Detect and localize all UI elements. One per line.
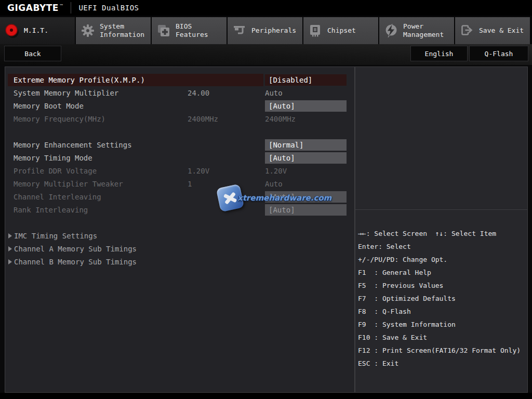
- keys-help-panel: →←: Select Screen ↑↓: Select ItemEnter: …: [355, 209, 528, 393]
- submenu-row-channel-b-memory-sub-timings[interactable]: Channel B Memory Sub Timings: [5, 256, 354, 269]
- setting-current-value: 1.20V: [188, 167, 209, 175]
- submenu-row-imc-timing-settings[interactable]: IMC Timing Settings: [5, 230, 354, 243]
- submenu-label: IMC Timing Settings: [14, 232, 97, 240]
- setting-current-value: 24.00: [188, 89, 209, 97]
- help-line-3: F1 : General Help: [358, 266, 527, 279]
- setting-value: Auto: [265, 180, 283, 188]
- mit-red-dot-icon: [4, 23, 20, 38]
- setting-value[interactable]: [Auto]: [265, 100, 347, 112]
- help-line-1: Enter: Select: [358, 240, 527, 253]
- setting-value: [Auto]: [265, 191, 347, 203]
- tab-bar: M.I.T.System InformationBIOS FeaturesPer…: [0, 16, 532, 44]
- setting-value: 2400MHz: [265, 115, 296, 123]
- bios-screen: GIGABYTE™ UEFI DualBIOS M.I.T.System Inf…: [0, 0, 532, 399]
- tab-bios-features[interactable]: BIOS Features: [152, 17, 227, 44]
- toolbar: Back English Q-Flash: [0, 44, 532, 65]
- help-line-9: F12 : Print Screen(FAT16/32 Format Only): [358, 344, 527, 357]
- setting-label: Memory Boot Mode: [14, 102, 84, 110]
- qflash-button[interactable]: Q-Flash: [469, 46, 528, 61]
- chipset-icon: [307, 24, 324, 37]
- language-button[interactable]: English: [410, 46, 468, 61]
- expand-arrow-icon: [8, 246, 12, 251]
- page-title: UEFI DualBIOS: [78, 4, 139, 12]
- setting-label: Memory Multiplier Tweaker: [14, 180, 123, 188]
- setting-label: Channel Interleaving: [14, 193, 101, 201]
- setting-label: Memory Frequency(MHz): [14, 115, 105, 123]
- help-line-0: →←: Select Screen ↑↓: Select Item: [358, 227, 527, 240]
- setting-row-memory-frequency-mhz: Memory Frequency(MHz)2400MHz2400MHz: [5, 113, 354, 126]
- tab-system-information[interactable]: System Information: [76, 17, 151, 44]
- expand-arrow-icon: [8, 259, 12, 264]
- back-button[interactable]: Back: [4, 46, 61, 61]
- setting-current-value: 1: [188, 180, 192, 188]
- tab-power-management[interactable]: Power Management: [379, 17, 454, 44]
- setting-value[interactable]: [Auto]: [265, 152, 347, 164]
- setting-row-rank-interleaving: Rank Interleaving[Auto]: [5, 204, 354, 217]
- tab-save-exit[interactable]: Save & Exit: [455, 17, 530, 44]
- help-line-4: F5 : Previous Values: [358, 279, 527, 292]
- gear-icon: [79, 24, 96, 37]
- header-divider: [71, 2, 71, 14]
- expand-arrow-icon: [8, 233, 12, 238]
- tab-label: M.I.T.: [24, 26, 48, 35]
- setting-label: Memory Enhancement Settings: [14, 141, 132, 149]
- tab-label: Chipset: [327, 26, 356, 35]
- tab-label: Power Management: [403, 22, 454, 39]
- setting-value[interactable]: [Disabled]: [265, 74, 347, 86]
- setting-row-memory-boot-mode[interactable]: Memory Boot Mode[Auto]: [5, 100, 354, 113]
- trademark-symbol: ™: [59, 4, 64, 8]
- tab-peripherals[interactable]: Peripherals: [228, 17, 302, 44]
- peripherals-icon: [231, 24, 248, 37]
- setting-label: Rank Interleaving: [14, 206, 88, 214]
- setting-row-profile-ddr-voltage: Profile DDR Voltage1.20V1.20V: [5, 165, 354, 178]
- tab-chipset[interactable]: Chipset: [303, 17, 378, 44]
- setting-value[interactable]: [Normal]: [265, 139, 347, 151]
- tab-label: System Information: [100, 22, 151, 39]
- setting-label: Extreme Memory Profile(X.M.P.): [14, 76, 145, 84]
- setting-row-memory-multiplier-tweaker: Memory Multiplier Tweaker1Auto: [5, 178, 354, 191]
- tab-label: Peripherals: [251, 26, 296, 35]
- settings-panel: Extreme Memory Profile(X.M.P.)[Disabled]…: [5, 66, 355, 393]
- setting-row-channel-interleaving: Channel Interleaving[Auto]: [5, 191, 354, 204]
- setting-row-memory-enhancement-settings[interactable]: Memory Enhancement Settings[Normal]: [5, 139, 354, 152]
- submenu-label: Channel B Memory Sub Timings: [14, 258, 137, 266]
- tab-m-i-t[interactable]: M.I.T.: [0, 17, 75, 44]
- help-line-6: F8 : Q-Flash: [358, 305, 527, 318]
- submenu-row-channel-a-memory-sub-timings[interactable]: Channel A Memory Sub Timings: [5, 243, 354, 256]
- save-exit-icon: [459, 24, 475, 37]
- help-line-2: +/-/PU/PD: Change Opt.: [358, 253, 527, 266]
- bios-chip-icon: [155, 24, 172, 37]
- setting-value: 1.20V: [265, 167, 287, 175]
- bottom-strip: [0, 393, 532, 399]
- tab-label: BIOS Features: [176, 22, 227, 39]
- help-line-10: ESC : Exit: [358, 357, 527, 370]
- gigabyte-logo: GIGABYTE™: [7, 3, 63, 13]
- setting-row-extreme-memory-profile-x-m-p[interactable]: Extreme Memory Profile(X.M.P.)[Disabled]: [5, 74, 354, 87]
- tab-label: Save & Exit: [479, 26, 524, 35]
- setting-label: Profile DDR Voltage: [14, 167, 97, 175]
- setting-value: [Auto]: [265, 204, 347, 216]
- help-line-7: F9 : System Information: [358, 318, 527, 331]
- setting-row-memory-timing-mode[interactable]: Memory Timing Mode[Auto]: [5, 152, 354, 165]
- submenu-label: Channel A Memory Sub Timings: [14, 245, 137, 253]
- help-line-5: F7 : Optimized Defaults: [358, 292, 527, 305]
- setting-row-system-memory-multiplier[interactable]: System Memory Multiplier24.00Auto: [5, 87, 354, 100]
- title-bar: GIGABYTE™ UEFI DualBIOS: [0, 0, 532, 16]
- setting-current-value: 2400MHz: [188, 115, 218, 123]
- setting-value[interactable]: Auto: [265, 89, 283, 97]
- setting-label: Memory Timing Mode: [14, 154, 92, 162]
- setting-label: System Memory Multiplier: [14, 89, 118, 97]
- power-bolt-icon: [383, 23, 400, 38]
- item-help-panel: [355, 66, 528, 210]
- help-line-8: F10 : Save & Exit: [358, 331, 527, 344]
